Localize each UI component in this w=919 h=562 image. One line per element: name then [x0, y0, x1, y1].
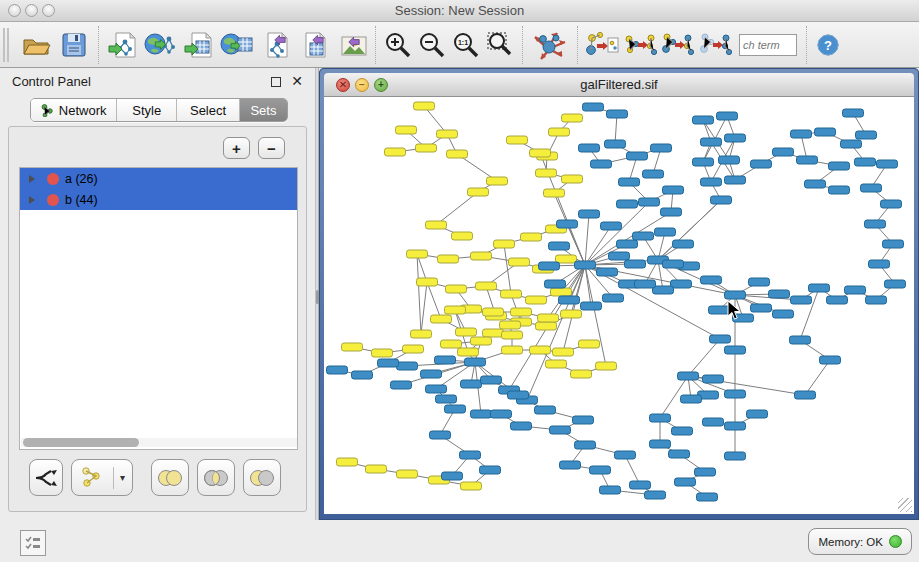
graph-node[interactable] — [601, 222, 622, 230]
graph-node[interactable] — [669, 450, 690, 458]
import-table-file-button[interactable] — [180, 26, 218, 64]
graph-node[interactable] — [703, 375, 724, 383]
graph-node[interactable] — [815, 128, 836, 136]
tab-select[interactable]: Select — [177, 99, 240, 121]
help-button[interactable]: ? — [812, 26, 844, 64]
graph-node[interactable] — [653, 286, 674, 294]
graph-edge[interactable] — [417, 254, 421, 334]
graph-node[interactable] — [337, 458, 358, 466]
graph-node[interactable] — [391, 381, 412, 389]
union-button[interactable] — [151, 459, 189, 496]
expander-icon[interactable] — [29, 196, 35, 204]
graph-node[interactable] — [701, 178, 722, 186]
graph-node[interactable] — [551, 288, 572, 296]
graph-node[interactable] — [883, 240, 904, 248]
graph-node[interactable] — [655, 228, 676, 236]
graph-node[interactable] — [494, 240, 515, 248]
graph-node[interactable] — [633, 232, 654, 240]
graph-node[interactable] — [865, 220, 886, 228]
network-canvas[interactable] — [324, 97, 914, 514]
graph-node[interactable] — [693, 158, 714, 166]
graph-node[interactable] — [643, 170, 664, 178]
graph-node[interactable] — [483, 329, 504, 337]
memory-status-button[interactable]: Memory: OK — [808, 528, 912, 555]
task-history-button[interactable] — [20, 530, 46, 556]
graph-node[interactable] — [681, 395, 702, 403]
set-row-a[interactable]: a (26) — [20, 168, 297, 189]
graph-node[interactable] — [545, 280, 566, 288]
graph-node[interactable] — [502, 346, 523, 354]
zoom-in-button[interactable] — [381, 26, 415, 64]
graph-node[interactable] — [797, 156, 818, 164]
create-set-from-network-button[interactable]: ▾ — [71, 459, 133, 496]
graph-node[interactable] — [843, 109, 864, 117]
float-panel-icon[interactable] — [271, 77, 281, 87]
graph-node[interactable] — [881, 200, 902, 208]
graph-node[interactable] — [855, 158, 876, 166]
graph-edge[interactable] — [688, 339, 720, 376]
graph-node[interactable] — [562, 175, 583, 183]
graph-node[interactable] — [342, 343, 363, 351]
zoom-selected-button[interactable] — [483, 26, 517, 64]
graph-node[interactable] — [458, 348, 479, 356]
expander-icon[interactable] — [29, 175, 35, 183]
graph-node[interactable] — [575, 261, 596, 269]
graph-node[interactable] — [414, 102, 435, 110]
graph-node[interactable] — [697, 493, 718, 501]
graph-node[interactable] — [562, 114, 583, 122]
graph-node[interactable] — [615, 451, 636, 459]
graph-node[interactable] — [544, 189, 565, 197]
graph-node[interactable] — [605, 140, 626, 148]
graph-node[interactable] — [508, 391, 529, 399]
graph-node[interactable] — [366, 465, 387, 473]
graph-node[interactable] — [841, 140, 862, 148]
graph-node[interactable] — [397, 362, 418, 370]
graph-node[interactable] — [403, 345, 424, 353]
graph-node[interactable] — [446, 285, 467, 293]
graph-node[interactable] — [885, 280, 906, 288]
graph-node[interactable] — [426, 385, 447, 393]
graph-node[interactable] — [671, 280, 692, 288]
graph-node[interactable] — [438, 255, 459, 263]
graph-node[interactable] — [501, 290, 522, 298]
graph-node[interactable] — [791, 296, 812, 304]
zoom-out-button[interactable] — [415, 26, 449, 64]
import-table-url-button[interactable] — [218, 26, 256, 64]
graph-node[interactable] — [866, 296, 887, 304]
graph-edge[interactable] — [585, 265, 606, 366]
tab-style[interactable]: Style — [117, 99, 177, 121]
graph-node[interactable] — [829, 186, 850, 194]
graph-node[interactable] — [600, 486, 621, 494]
graph-node[interactable] — [437, 130, 458, 138]
graph-node[interactable] — [526, 296, 547, 304]
graph-node[interactable] — [650, 414, 671, 422]
graph-node[interactable] — [650, 440, 671, 448]
graph-node[interactable] — [480, 466, 501, 474]
graph-node[interactable] — [471, 337, 492, 345]
graph-edge[interactable] — [436, 192, 478, 225]
graph-node[interactable] — [829, 162, 850, 170]
graph-node[interactable] — [856, 131, 877, 139]
graph-node[interactable] — [421, 370, 442, 378]
graph-node[interactable] — [651, 144, 672, 152]
graph-node[interactable] — [609, 252, 630, 260]
graph-node[interactable] — [820, 356, 841, 364]
graph-node[interactable] — [663, 260, 684, 268]
graph-node[interactable] — [617, 240, 638, 248]
graph-node[interactable] — [603, 294, 624, 302]
graph-node[interactable] — [773, 310, 794, 318]
import-network-file-button[interactable] — [104, 26, 142, 64]
graph-node[interactable] — [627, 152, 648, 160]
graph-node[interactable] — [468, 188, 489, 196]
graph-node[interactable] — [431, 315, 452, 323]
graph-node[interactable] — [385, 148, 406, 156]
add-set-button[interactable]: + — [223, 137, 250, 159]
tab-network[interactable]: Network — [31, 99, 117, 121]
graph-node[interactable] — [460, 451, 481, 459]
graph-node[interactable] — [550, 426, 571, 434]
show-all-button[interactable] — [697, 26, 735, 64]
graph-node[interactable] — [476, 282, 497, 290]
graph-edge[interactable] — [427, 282, 441, 319]
graph-node[interactable] — [591, 160, 612, 168]
graph-node[interactable] — [511, 308, 532, 316]
